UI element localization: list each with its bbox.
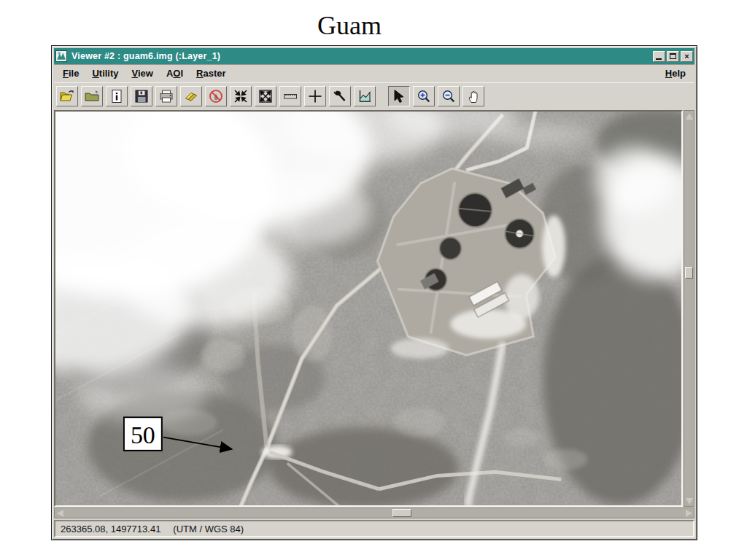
vertical-scrollbar[interactable]	[684, 110, 694, 507]
pan-button[interactable]	[462, 86, 484, 106]
horizontal-scroll-thumb[interactable]	[392, 509, 411, 517]
minimize-button[interactable]	[653, 51, 665, 62]
image-info-button[interactable]	[106, 86, 128, 106]
horizontal-scroll-track[interactable]	[65, 508, 684, 518]
crosshair-button[interactable]	[304, 86, 326, 106]
aerial-image[interactable]: 50	[55, 112, 681, 505]
open-folder-icon	[84, 88, 100, 104]
vertical-scroll-thumb[interactable]	[685, 267, 693, 279]
menu-item-help[interactable]: Help	[659, 66, 692, 81]
page: Guam Viewer #2 : guam6.img (:Layer_1) × …	[0, 0, 747, 560]
profile-icon	[357, 88, 373, 104]
menu-bar: FileUtilityViewAOIRasterHelp	[54, 64, 694, 83]
status-bar: 263365.08, 1497713.41 (UTM / WGS 84)	[54, 520, 694, 537]
crosshair-icon	[307, 88, 323, 104]
cursor-coordinates: 263365.08, 1497713.41	[61, 524, 160, 534]
scroll-up-button[interactable]	[684, 111, 694, 121]
measure-icon	[282, 88, 298, 104]
save-icon	[133, 88, 150, 104]
pointer-icon	[391, 88, 407, 104]
scroll-down-button[interactable]	[684, 496, 694, 506]
pan-icon	[465, 88, 481, 104]
page-title: Guam	[26, 10, 673, 41]
projection-label: (UTM / WGS 84)	[173, 524, 244, 534]
tools-button[interactable]	[329, 86, 351, 106]
zoom-extent-icon	[258, 88, 274, 104]
fit-to-frame-icon	[233, 88, 249, 104]
scroll-right-button[interactable]	[684, 508, 694, 518]
clear-icon	[208, 88, 224, 104]
horizontal-scrollbar[interactable]	[54, 508, 694, 518]
open-folder-button[interactable]	[81, 86, 103, 106]
erase-button[interactable]	[180, 86, 202, 106]
menu-item-file[interactable]: File	[56, 66, 85, 81]
profile-button[interactable]	[354, 86, 376, 106]
maximize-icon	[670, 53, 676, 59]
vertical-scroll-track[interactable]	[684, 121, 694, 496]
menu-item-view[interactable]: View	[125, 66, 160, 81]
viewport-row: 50	[54, 110, 694, 507]
menu-item-raster[interactable]: Raster	[190, 66, 232, 81]
arrow-up-icon	[686, 113, 693, 120]
menu-item-utility[interactable]: Utility	[85, 66, 125, 81]
image-canvas[interactable]: 50	[54, 110, 683, 507]
print-icon	[158, 88, 174, 104]
zoom-out-icon	[441, 88, 457, 104]
print-button[interactable]	[155, 86, 177, 106]
arrow-right-icon	[686, 510, 692, 517]
tools-icon	[332, 88, 348, 104]
clear-button[interactable]	[205, 86, 227, 106]
save-button[interactable]	[131, 86, 152, 106]
pointer-button[interactable]	[388, 86, 410, 106]
menu-item-aoi[interactable]: AOI	[160, 66, 190, 81]
open-image-button[interactable]	[56, 86, 78, 106]
arrow-left-icon	[57, 510, 63, 517]
viewer-window: Viewer #2 : guam6.img (:Layer_1) × FileU…	[51, 45, 697, 540]
erase-icon	[183, 88, 199, 104]
fit-to-frame-button[interactable]	[230, 86, 252, 106]
window-title: Viewer #2 : guam6.img (:Layer_1)	[70, 51, 650, 61]
close-button[interactable]: ×	[681, 51, 693, 62]
scroll-left-button[interactable]	[55, 508, 65, 518]
image-info-icon	[109, 88, 125, 104]
zoom-out-button[interactable]	[438, 86, 460, 106]
titlebar[interactable]: Viewer #2 : guam6.img (:Layer_1) ×	[54, 48, 694, 64]
toolbar	[54, 83, 694, 110]
app-icon	[55, 50, 67, 62]
open-image-icon	[59, 88, 75, 104]
window-controls: ×	[653, 51, 693, 62]
maximize-button[interactable]	[667, 51, 679, 62]
zoom-extent-button[interactable]	[255, 86, 276, 106]
measure-button[interactable]	[279, 86, 301, 106]
zoom-in-button[interactable]	[413, 86, 435, 106]
arrow-down-icon	[686, 498, 693, 505]
minimize-icon	[656, 58, 662, 60]
close-icon: ×	[684, 52, 689, 61]
zoom-in-icon	[416, 88, 432, 104]
annotation-label: 50	[131, 420, 155, 448]
